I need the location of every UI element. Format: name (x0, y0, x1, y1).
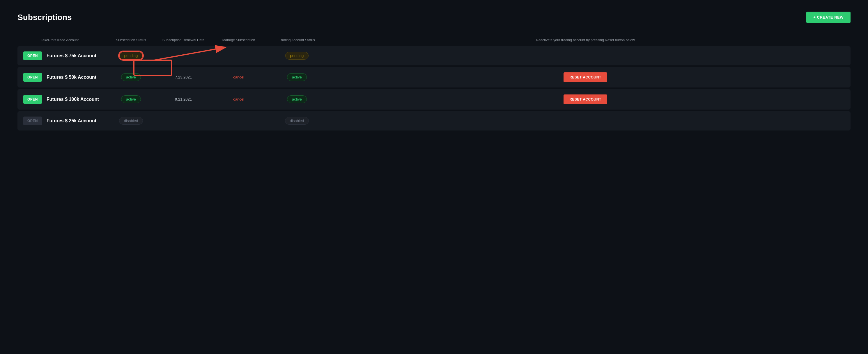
table-row: OPEN Futures $ 50k Account active 7.23.2… (18, 67, 850, 87)
manage-cell: cancel (210, 75, 268, 79)
account-info: OPEN Futures $ 100k Account (23, 95, 105, 104)
subscription-status-cell: active (105, 73, 157, 81)
account-info: OPEN Futures $ 50k Account (23, 73, 105, 82)
account-name: Futures $ 100k Account (46, 97, 99, 102)
status-badge: disabled (119, 117, 143, 125)
trading-status-badge: pending (285, 52, 309, 60)
renewal-date: 7.23.2021 (175, 75, 192, 79)
renewal-date-cell: 9.21.2021 (157, 97, 210, 101)
reset-cell: RESET ACCOUNT (326, 95, 845, 104)
page-title: Subscriptions (18, 13, 72, 22)
trading-status-cell: active (268, 95, 326, 103)
renewal-date: 9.21.2021 (175, 97, 192, 101)
subscription-status-cell: disabled (105, 117, 157, 125)
header-subscription-status: Subscription Status (105, 38, 157, 43)
reset-cell: RESET ACCOUNT (326, 72, 845, 82)
trading-status-cell: active (268, 73, 326, 81)
trading-status-badge: active (287, 95, 307, 103)
table-header: TakeProfitTrade Account Subscription Sta… (18, 38, 850, 43)
subscription-status-cell: pending (105, 51, 157, 60)
status-badge: active (121, 95, 141, 103)
open-button[interactable]: OPEN (23, 116, 42, 125)
account-info: OPEN Futures $ 75k Account (23, 51, 105, 60)
header-reactivate: Reactivate your trading account by press… (326, 38, 845, 43)
header-manage: Manage Subscription (210, 38, 268, 43)
open-button[interactable]: OPEN (23, 51, 42, 60)
table-rows: OPEN Futures $ 75k Account pending pendi… (18, 46, 850, 131)
manage-cell: cancel (210, 97, 268, 101)
trading-status-cell: pending (268, 52, 326, 60)
account-name: Futures $ 50k Account (46, 75, 96, 80)
create-new-button[interactable]: + CREATE NEW (806, 12, 850, 23)
renewal-date-cell: 7.23.2021 (157, 75, 210, 79)
subscriptions-table: TakeProfitTrade Account Subscription Sta… (18, 38, 850, 131)
subscription-status-cell: active (105, 95, 157, 103)
account-info: OPEN Futures $ 25k Account (23, 116, 105, 125)
cancel-link[interactable]: cancel (233, 97, 244, 101)
open-button[interactable]: OPEN (23, 95, 42, 104)
reset-account-button[interactable]: RESET ACCOUNT (563, 72, 607, 82)
header-trading-status: Trading Account Status (268, 38, 326, 43)
table-row: OPEN Futures $ 75k Account pending pendi… (18, 46, 850, 65)
account-name: Futures $ 25k Account (46, 118, 96, 123)
open-button[interactable]: OPEN (23, 73, 42, 82)
trading-status-cell: disabled (268, 117, 326, 125)
table-row: OPEN Futures $ 25k Account disabled disa… (18, 111, 850, 131)
cancel-link[interactable]: cancel (233, 75, 244, 79)
status-badge: pending (119, 51, 143, 60)
header-renewal-date: Subscription Renewal Date (157, 38, 210, 43)
table-row: OPEN Futures $ 100k Account active 9.21.… (18, 89, 850, 110)
trading-status-badge: active (287, 73, 307, 81)
reset-account-button[interactable]: RESET ACCOUNT (563, 95, 607, 104)
trading-status-badge: disabled (285, 117, 309, 125)
header-account: TakeProfitTrade Account (23, 38, 105, 43)
account-name: Futures $ 75k Account (46, 53, 96, 59)
status-badge: active (121, 73, 141, 81)
